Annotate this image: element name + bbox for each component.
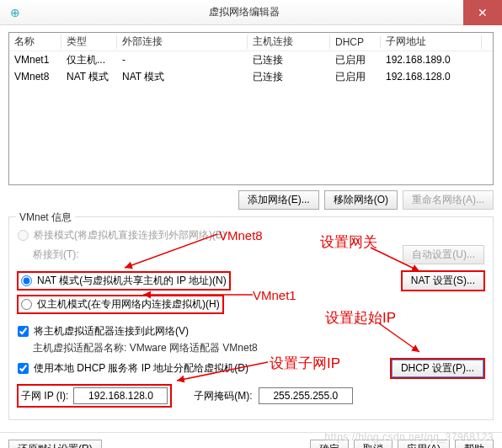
network-table[interactable]: 名称 类型 外部连接 主机连接 DHCP 子网地址 VMnet1 仅主机... … bbox=[8, 32, 494, 185]
nat-settings-button[interactable]: NAT 设置(S)... bbox=[402, 271, 484, 291]
use-dhcp-input[interactable] bbox=[18, 363, 29, 374]
watermark: https://blog.csdn.net/qq_37968123 bbox=[324, 431, 494, 443]
col-dhcp: DHCP bbox=[330, 36, 381, 48]
use-dhcp-label: 使用本地 DHCP 服务将 IP 地址分配给虚拟机(D) bbox=[34, 361, 248, 376]
bridged-to-label: 桥接到(T): bbox=[33, 248, 79, 262]
subnet-ip-input[interactable] bbox=[73, 387, 168, 404]
nat-radio[interactable]: NAT 模式(与虚拟机共享主机的 IP 地址)(N) bbox=[18, 272, 230, 290]
nat-radio-input[interactable] bbox=[21, 275, 32, 286]
cell-subnet: 192.168.189.0 bbox=[381, 54, 482, 66]
connect-host-checkbox[interactable]: 将主机虚拟适配器连接到此网络(V) bbox=[18, 324, 484, 339]
cell-dhcp: 已启用 bbox=[330, 53, 381, 67]
cell-ext: - bbox=[117, 54, 248, 66]
nat-label: NAT 模式(与虚拟机共享主机的 IP 地址)(N) bbox=[37, 274, 227, 288]
remove-network-button[interactable]: 移除网络(O) bbox=[324, 190, 398, 210]
window-title: 虚拟网络编辑器 bbox=[25, 5, 463, 19]
table-header: 名称 类型 外部连接 主机连接 DHCP 子网地址 bbox=[9, 33, 493, 51]
cell-type: NAT 模式 bbox=[61, 70, 117, 84]
rename-network-button: 重命名网络(A)... bbox=[403, 190, 494, 210]
subnet-ip-label: 子网 IP (I): bbox=[21, 389, 68, 403]
add-network-button[interactable]: 添加网络(E)... bbox=[238, 190, 319, 210]
connect-host-label: 将主机虚拟适配器连接到此网络(V) bbox=[34, 324, 189, 339]
col-subnet: 子网地址 bbox=[381, 35, 482, 49]
cell-dhcp: 已启用 bbox=[330, 70, 381, 84]
subnet-ip-row: 子网 IP (I): bbox=[18, 385, 171, 407]
auto-settings-button: 自动设置(U)... bbox=[403, 245, 484, 264]
col-ext: 外部连接 bbox=[117, 35, 248, 49]
bridged-label: 桥接模式(将虚拟机直接连接到外部网络)(B) bbox=[34, 228, 226, 243]
col-name: 名称 bbox=[9, 35, 61, 49]
table-row[interactable]: VMnet1 仅主机... - 已连接 已启用 192.168.189.0 bbox=[9, 51, 493, 68]
bridged-radio[interactable]: 桥接模式(将虚拟机直接连接到外部网络)(B) bbox=[18, 228, 484, 243]
cell-name: VMnet8 bbox=[9, 71, 61, 83]
mask-label: 子网掩码(M): bbox=[194, 390, 252, 402]
app-icon: ⊕ bbox=[5, 3, 25, 23]
cell-type: 仅主机... bbox=[61, 53, 117, 67]
hostonly-radio-input[interactable] bbox=[21, 299, 32, 310]
mask-input[interactable] bbox=[259, 387, 353, 404]
cell-name: VMnet1 bbox=[9, 54, 61, 66]
cell-ext: NAT 模式 bbox=[117, 70, 248, 84]
dhcp-settings-button[interactable]: DHCP 设置(P)... bbox=[391, 359, 484, 378]
restore-defaults-button[interactable]: 还原默认设置(R) bbox=[8, 440, 102, 448]
group-title: VMnet 信息 bbox=[16, 211, 75, 225]
use-dhcp-checkbox[interactable]: 使用本地 DHCP 服务将 IP 地址分配给虚拟机(D) bbox=[18, 361, 248, 376]
cell-subnet: 192.168.128.0 bbox=[381, 71, 482, 83]
col-host: 主机连接 bbox=[248, 35, 330, 49]
close-button[interactable]: ✕ bbox=[463, 0, 502, 25]
cell-host: 已连接 bbox=[248, 53, 330, 67]
vmnet-info-group: VMnet 信息 桥接模式(将虚拟机直接连接到外部网络)(B) 桥接到(T): … bbox=[8, 216, 494, 420]
adapter-name-label: 主机虚拟适配器名称: VMware 网络适配器 VMnet8 bbox=[33, 341, 484, 355]
cell-host: 已连接 bbox=[248, 70, 330, 84]
bridged-radio-input bbox=[18, 230, 29, 241]
hostonly-radio[interactable]: 仅主机模式(在专用网络内连接虚拟机)(H) bbox=[18, 296, 223, 313]
col-type: 类型 bbox=[61, 35, 117, 49]
connect-host-input[interactable] bbox=[18, 326, 29, 337]
hostonly-label: 仅主机模式(在专用网络内连接虚拟机)(H) bbox=[37, 297, 220, 312]
table-row[interactable]: VMnet8 NAT 模式 NAT 模式 已连接 已启用 192.168.128… bbox=[9, 68, 493, 85]
